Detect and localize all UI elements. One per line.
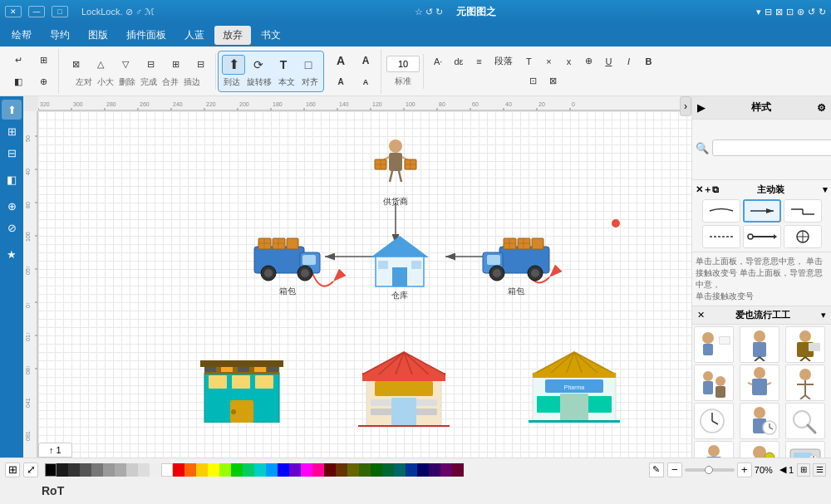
- color-dark-blue[interactable]: [406, 463, 417, 477]
- tb-text[interactable]: T: [272, 55, 295, 75]
- tb-U[interactable]: U: [599, 53, 617, 70]
- shape-item-10[interactable]: [694, 441, 734, 458]
- color-lime[interactable]: [219, 463, 231, 477]
- conn-shape-5[interactable]: [743, 225, 781, 248]
- fit-btn[interactable]: ⊞: [5, 462, 20, 477]
- color-rose[interactable]: [312, 463, 324, 477]
- tb-more[interactable]: ◧: [7, 72, 30, 92]
- zoom-out-btn[interactable]: −: [667, 462, 682, 477]
- fullscreen-btn[interactable]: ⤢: [23, 462, 38, 477]
- color-magenta[interactable]: [301, 463, 312, 477]
- color-green[interactable]: [231, 463, 243, 477]
- rs-connection-plus[interactable]: ＋: [703, 183, 712, 196]
- shape-item-5[interactable]: [740, 365, 779, 401]
- tb-arrange[interactable]: ⊞: [32, 51, 55, 71]
- sidebar-layers[interactable]: ◧: [2, 169, 22, 189]
- supplier-element[interactable]: 供货商: [362, 136, 429, 208]
- menu-放弃[interactable]: 放弃: [214, 26, 251, 45]
- color-white[interactable]: [161, 463, 173, 477]
- color-light[interactable]: [126, 463, 138, 477]
- tb-paste[interactable]: ⊠: [544, 73, 563, 90]
- store2[interactable]: [358, 348, 450, 427]
- tb-list[interactable]: ≡: [470, 53, 488, 70]
- color-near-black[interactable]: [57, 463, 68, 477]
- shape-item-3[interactable]: [785, 326, 825, 363]
- tb-rotate[interactable]: ⟳: [247, 55, 270, 75]
- color-dark-purple[interactable]: [429, 463, 440, 477]
- color-yellow[interactable]: [208, 463, 219, 477]
- min-btn[interactable]: —: [28, 6, 45, 17]
- tb-fontA3[interactable]: A: [329, 72, 352, 92]
- canvas[interactable]: 供货商 仓库: [38, 111, 691, 458]
- sidebar-image[interactable]: ⊟: [2, 143, 22, 163]
- menu-draw[interactable]: 绘帮: [3, 26, 40, 45]
- store3[interactable]: Pharma: [529, 348, 620, 423]
- conn-shape-2[interactable]: [743, 199, 781, 223]
- tb-fmt5[interactable]: ⊞: [164, 55, 187, 75]
- menu-plugin[interactable]: 插件面板: [118, 26, 175, 45]
- tb-x2[interactable]: x: [559, 53, 578, 70]
- color-purple[interactable]: [289, 463, 301, 477]
- tb-B[interactable]: B: [639, 53, 657, 70]
- tb-X1[interactable]: ×: [539, 53, 558, 70]
- color-dark-teal[interactable]: [382, 463, 394, 477]
- color-dark-magenta[interactable]: [440, 463, 452, 477]
- color-near-white[interactable]: [150, 463, 161, 477]
- color-forest[interactable]: [371, 463, 382, 477]
- right-truck[interactable]: 箱包: [479, 234, 553, 297]
- color-red[interactable]: [173, 463, 184, 477]
- sidebar-grid[interactable]: ⊞: [2, 121, 22, 141]
- color-sky[interactable]: [266, 463, 278, 477]
- color-navy[interactable]: [417, 463, 429, 477]
- color-dark-red[interactable]: [324, 463, 336, 477]
- max-btn[interactable]: □: [52, 6, 68, 17]
- zoom-slider[interactable]: [685, 468, 735, 472]
- color-dark[interactable]: [68, 463, 80, 477]
- tb-strike[interactable]: dε: [449, 53, 468, 70]
- page-tab-1[interactable]: ↑ 1: [38, 443, 72, 458]
- rs-connection-close[interactable]: ✕: [696, 184, 703, 195]
- sidebar-link[interactable]: ⊘: [2, 218, 22, 237]
- shape-item-11[interactable]: [740, 441, 779, 458]
- color-dark-rose[interactable]: [452, 463, 464, 477]
- color-orange[interactable]: [184, 463, 196, 477]
- warehouse-element[interactable]: 仓库: [369, 234, 430, 301]
- tb-fmt6[interactable]: ⊟: [189, 55, 212, 75]
- shape-item-7[interactable]: [694, 403, 734, 439]
- font-size-input[interactable]: [386, 56, 420, 72]
- menu-person[interactable]: 人蓝: [176, 26, 213, 45]
- store1[interactable]: [200, 352, 283, 423]
- conn-shape-4[interactable]: [702, 225, 740, 248]
- conn-shape-1[interactable]: [702, 199, 740, 223]
- color-gray-dark[interactable]: [80, 463, 91, 477]
- color-teal[interactable]: [394, 463, 406, 477]
- sidebar-pointer[interactable]: ⬆: [2, 100, 22, 120]
- tb-T[interactable]: T: [519, 53, 538, 70]
- layout-toggle[interactable]: ☰: [813, 463, 826, 477]
- grid-toggle[interactable]: ⊞: [797, 463, 810, 477]
- menu-view[interactable]: 图版: [80, 26, 116, 45]
- rs-connection-menu[interactable]: ▾: [823, 184, 828, 195]
- rs-search-input[interactable]: [712, 139, 831, 156]
- shape-item-2[interactable]: [740, 326, 779, 363]
- sidebar-star[interactable]: ★: [2, 244, 22, 264]
- shape-item-9[interactable]: [785, 403, 825, 439]
- shape-item-6[interactable]: [785, 365, 825, 401]
- tb-copy[interactable]: ⊡: [524, 73, 543, 90]
- prev-page-btn[interactable]: ◀: [779, 464, 786, 475]
- shape-item-4[interactable]: [694, 365, 734, 401]
- right-panel-toggle[interactable]: ›: [680, 96, 691, 116]
- rs-worktool-menu[interactable]: ▾: [821, 310, 826, 321]
- tb-shape[interactable]: □: [297, 55, 320, 75]
- color-gray-light[interactable]: [115, 463, 126, 477]
- color-picker-btn[interactable]: ✎: [649, 462, 664, 477]
- color-cyan[interactable]: [254, 463, 266, 477]
- search-icon[interactable]: 🔍: [696, 142, 709, 154]
- close-btn[interactable]: ✕: [5, 6, 22, 17]
- left-truck[interactable]: 箱包: [250, 234, 325, 297]
- color-brown[interactable]: [336, 463, 347, 477]
- canvas-area[interactable]: 320 300 280 260 240 220 200 180 160 140 …: [23, 96, 691, 458]
- shape-item-1[interactable]: [694, 326, 734, 363]
- color-gray[interactable]: [91, 463, 103, 477]
- color-black[interactable]: [45, 463, 57, 477]
